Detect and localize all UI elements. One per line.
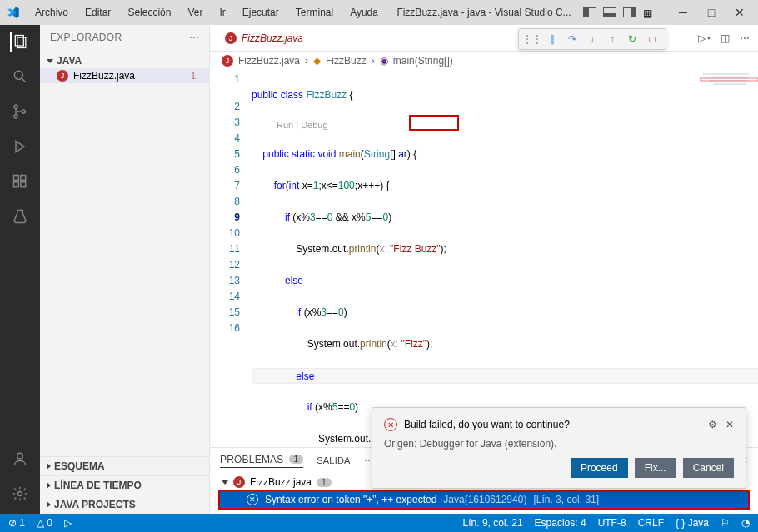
svg-point-6 [22, 110, 25, 113]
status-errors[interactable]: ⊘ 1 [8, 517, 25, 529]
svg-point-4 [14, 105, 17, 108]
menu-editar[interactable]: Editar [78, 3, 117, 22]
status-lang[interactable]: { } Java [676, 517, 709, 529]
chevron-right-icon [47, 482, 51, 489]
settings-icon[interactable] [10, 484, 30, 504]
status-spaces[interactable]: Espacios: 4 [535, 517, 586, 529]
section-esquema[interactable]: ESQUEMA [40, 456, 209, 475]
status-eol[interactable]: CRLF [638, 517, 664, 529]
explorer-icon[interactable] [10, 32, 30, 52]
menu-ir[interactable]: Ir [212, 3, 232, 22]
project-folder[interactable]: JAVA [40, 53, 209, 68]
notification-close-icon[interactable]: ✕ [726, 419, 734, 430]
split-editor-icon[interactable]: ◫ [721, 32, 730, 44]
layout-bottom-icon[interactable] [603, 7, 616, 17]
svg-rect-15 [703, 73, 749, 75]
status-debug-icon[interactable]: ▷ [64, 517, 72, 529]
breadcrumb-method[interactable]: main(String[]) [393, 55, 453, 67]
drag-handle-icon[interactable]: ⋮⋮ [526, 32, 539, 46]
source-control-icon[interactable] [10, 102, 30, 122]
chevron-right-icon [47, 501, 51, 508]
breadcrumb-class[interactable]: FizzBuzz [326, 55, 367, 67]
problem-code: Java(1610612940) [443, 494, 526, 505]
pause-icon[interactable]: ∥ [546, 32, 559, 46]
editor-more-icon[interactable]: ⋯ [740, 32, 750, 44]
breadcrumbs[interactable]: J FizzBuzz.java › ◆ FizzBuzz › ◉ main(St… [210, 52, 758, 70]
menu-terminal[interactable]: Terminal [289, 3, 340, 22]
problem-error-row[interactable]: ✕ Syntax error on token "+", ++ expected… [218, 490, 750, 510]
java-file-icon: J [57, 70, 68, 82]
svg-rect-18 [713, 83, 746, 85]
accounts-icon[interactable] [10, 449, 30, 469]
run-debug-icon[interactable] [10, 137, 30, 157]
section-timeline[interactable]: LÍNEA DE TIEMPO [40, 475, 209, 495]
fix-button[interactable]: Fix... [635, 458, 676, 478]
layout-left-icon[interactable] [583, 7, 596, 17]
status-bell-icon[interactable]: ◔ [741, 517, 750, 529]
editor-area: ⋮⋮ ∥ ↷ ↓ ↑ ↻ □ J FizzBuzz.java ▷▾ ◫ ⋯ J … [210, 25, 758, 514]
debug-toolbar[interactable]: ⋮⋮ ∥ ↷ ↓ ↑ ↻ □ [518, 28, 666, 50]
status-feedback-icon[interactable]: ⚐ [721, 517, 730, 529]
step-over-icon[interactable]: ↷ [566, 32, 579, 46]
svg-point-13 [18, 492, 22, 496]
line-gutter: 12345678910111213141516 [210, 70, 252, 447]
menu-ver[interactable]: Ver [181, 3, 209, 22]
menu-ayuda[interactable]: Ayuda [343, 3, 385, 22]
project-name: JAVA [57, 55, 82, 67]
chevron-right-icon [47, 463, 51, 470]
cancel-button[interactable]: Cancel [683, 458, 734, 478]
extensions-icon[interactable] [10, 172, 30, 191]
file-name-label: FizzBuzz.java [73, 70, 135, 82]
status-ln-col[interactable]: Lín. 9, col. 21 [463, 517, 523, 529]
svg-point-2 [14, 71, 22, 79]
maximize-button[interactable]: □ [700, 4, 723, 21]
svg-point-12 [17, 453, 23, 459]
breadcrumb-file[interactable]: FizzBuzz.java [238, 55, 300, 67]
vscode-logo-icon [7, 6, 20, 19]
file-item-fizzbuzz[interactable]: J FizzBuzz.java 1 [40, 68, 209, 83]
codelens-run-debug[interactable]: Run | Debug [252, 119, 758, 131]
panel-tab-output[interactable]: SALIDA [317, 455, 350, 465]
status-warnings[interactable]: △ 0 [37, 517, 52, 529]
svg-line-3 [22, 79, 26, 82]
code-editor[interactable]: 12345678910111213141516 public class Fiz… [210, 70, 758, 447]
sidebar-more-icon[interactable]: ⋯ [189, 32, 199, 43]
close-button[interactable]: ✕ [728, 4, 751, 21]
status-bar: ⊘ 1 △ 0 ▷ Lín. 9, col. 21 Espacios: 4 UT… [0, 514, 758, 532]
step-out-icon[interactable]: ↑ [606, 32, 619, 46]
error-highlight-box [409, 115, 459, 131]
tab-fizzbuzz[interactable]: J FizzBuzz.java [217, 27, 312, 49]
problem-file-name: FizzBuzz.java [250, 476, 312, 488]
minimap[interactable] [700, 70, 758, 128]
restart-icon[interactable]: ↻ [626, 32, 639, 46]
search-icon[interactable] [10, 67, 30, 87]
menu-ejecutar[interactable]: Ejecutar [236, 3, 286, 22]
section-javaprojects[interactable]: JAVA PROJECTS [40, 495, 209, 514]
code-content[interactable]: public class FizzBuzz { Run | Debug publ… [252, 70, 758, 447]
problem-message: Syntax error on token "+", ++ expected [265, 494, 436, 505]
window-title: FizzBuzz.java - java - Visual Studio C..… [388, 7, 580, 18]
minimize-button[interactable]: ─ [671, 4, 695, 21]
notification-gear-icon[interactable]: ⚙ [708, 419, 717, 430]
menu-archivo[interactable]: Archivo [28, 3, 75, 22]
menu-seleccion[interactable]: Selección [121, 3, 177, 22]
stop-icon[interactable]: □ [646, 32, 659, 46]
activity-bar [0, 25, 40, 514]
layout-right-icon[interactable] [623, 7, 636, 17]
sidebar-title: EXPLORADOR [50, 32, 122, 43]
chevron-down-icon [47, 59, 53, 63]
run-dropdown-button[interactable]: ▷▾ [698, 32, 711, 44]
panel-tab-problems[interactable]: PROBLEMAS 1 [220, 454, 303, 468]
notification-source: Origen: Debugger for Java (extensión). [384, 438, 734, 450]
svg-rect-11 [21, 176, 26, 181]
step-into-icon[interactable]: ↓ [586, 32, 599, 46]
layout-grid-icon[interactable]: ▦ [643, 7, 656, 17]
proceed-button[interactable]: Proceed [571, 458, 628, 478]
status-encoding[interactable]: UTF-8 [598, 517, 626, 529]
error-icon: ✕ [247, 494, 258, 505]
svg-rect-14 [700, 70, 758, 128]
testing-icon[interactable] [10, 206, 30, 226]
notification-title: Build failed, do you want to continue? [404, 419, 570, 430]
svg-rect-10 [21, 182, 26, 187]
svg-rect-8 [14, 176, 19, 181]
